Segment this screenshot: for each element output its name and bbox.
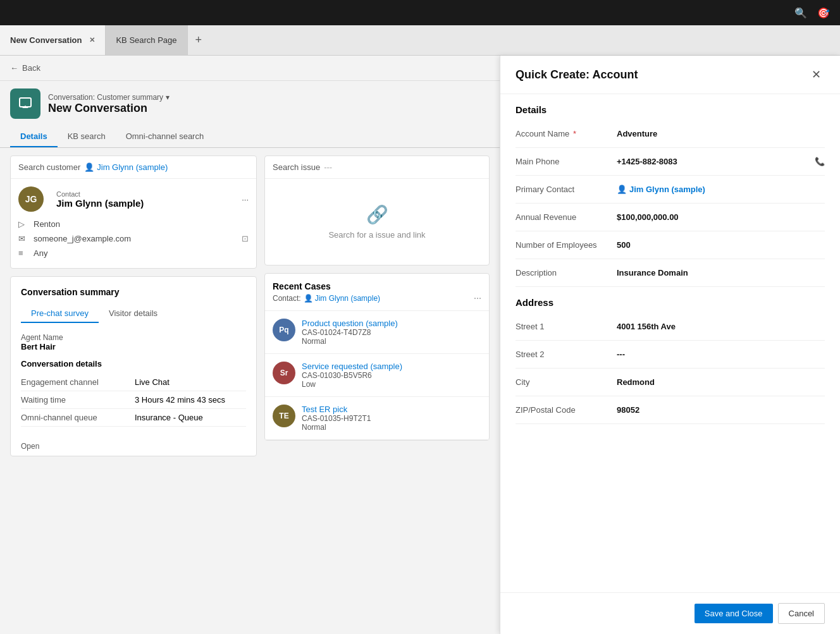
engagement-channel-row: Engagement channel Live Chat xyxy=(21,374,246,391)
omni-channel-queue-row: Omni-channel queue Insurance - Queue xyxy=(21,409,246,427)
expand-icon: ⋯ xyxy=(474,294,481,303)
tab-kb-search[interactable]: KB Search Page xyxy=(106,25,187,55)
description-field: Description Insurance Domain xyxy=(516,259,825,287)
case-avatar-te: TE xyxy=(273,405,295,427)
summary-title: Conversation summary xyxy=(21,287,246,297)
location-icon: ▷ xyxy=(18,219,28,229)
conversation-header: Conversation: Customer summary ▾ New Con… xyxy=(0,81,500,126)
search-icon[interactable]: 🔍 xyxy=(794,7,807,19)
case-id-1: CAS-01030-B5V5R6 xyxy=(302,371,481,380)
right-column: Search issue --- 🔗 Search for a issue an… xyxy=(264,155,490,626)
contact-type-label: Contact xyxy=(56,190,144,198)
agent-name-label: Agent Name xyxy=(21,333,246,342)
tab-kb-search-inner[interactable]: KB search xyxy=(58,126,116,147)
back-bar: ← Back xyxy=(0,56,500,81)
account-name-value[interactable]: Adventure xyxy=(617,129,825,138)
channel-icon: ≡ xyxy=(18,248,28,258)
conversation-subtitle: Conversation: Customer summary ▾ xyxy=(48,93,170,102)
zip-field: ZIP/Postal Code 98052 xyxy=(516,396,825,424)
tab-kb-search-label: KB Search Page xyxy=(116,35,176,45)
left-column: Search customer 👤 Jim Glynn (sample) JG xyxy=(10,155,257,626)
tab-new-conversation-label: New Conversation xyxy=(10,35,82,45)
case-avatar-pq: Pq xyxy=(273,319,295,341)
case-avatar-sr: Sr xyxy=(273,362,295,384)
case-title-2[interactable]: Test ER pick xyxy=(302,405,481,414)
search-issue-label: Search issue xyxy=(273,162,320,172)
case-item-2: TE Test ER pick CAS-01035-H9T2T1 Normal xyxy=(265,397,489,440)
case-priority-1: Low xyxy=(302,380,481,389)
cancel-button[interactable]: Cancel xyxy=(778,603,825,624)
conversation-title: New Conversation xyxy=(48,102,170,115)
summary-tab-visitor[interactable]: Visitor details xyxy=(99,305,168,323)
city-field: City Redmond xyxy=(516,369,825,396)
customer-link[interactable]: 👤 Jim Glynn (sample) xyxy=(84,162,168,172)
quick-create-title: Quick Create: Account xyxy=(516,68,638,82)
primary-contact-value[interactable]: 👤 Jim Glynn (sample) xyxy=(617,185,825,194)
city-value[interactable]: Redmond xyxy=(617,377,825,387)
recent-cases-header: Recent Cases Contact: 👤 Jim Glynn (sampl… xyxy=(265,274,489,311)
save-and-close-button[interactable]: Save and Close xyxy=(695,604,773,623)
search-customer-label: Search customer xyxy=(18,162,80,172)
search-issue-row: Search issue --- xyxy=(265,156,489,179)
city-label: City xyxy=(516,377,617,387)
primary-contact-icon: 👤 xyxy=(617,185,627,194)
agent-name-value: Bert Hair xyxy=(21,342,246,351)
required-marker: * xyxy=(573,129,576,138)
summary-tab-prechat[interactable]: Pre-chat survey xyxy=(21,305,99,323)
summary-tabs: Pre-chat survey Visitor details xyxy=(21,305,246,323)
account-name-label: Account Name * xyxy=(516,129,617,138)
more-options-icon[interactable]: ··· xyxy=(242,195,249,204)
contact-avatar: JG xyxy=(18,186,44,212)
conversation-summary-card: Conversation summary Pre-chat survey Vis… xyxy=(10,276,257,456)
svg-rect-0 xyxy=(20,98,31,107)
details-section-title: Details xyxy=(516,94,825,120)
back-label: Back xyxy=(22,63,40,73)
primary-contact-label: Primary Contact xyxy=(516,185,617,194)
open-status: Open xyxy=(11,437,256,456)
case-title-0[interactable]: Product question (sample) xyxy=(302,319,481,328)
case-title-1[interactable]: Service requested (sample) xyxy=(302,362,481,371)
content-area: Search customer 👤 Jim Glynn (sample) JG xyxy=(0,148,500,634)
case-info-0: Product question (sample) CAS-01024-T4D7… xyxy=(302,319,481,346)
tab-add-button[interactable]: + xyxy=(188,25,210,55)
back-button[interactable]: ← Back xyxy=(10,63,40,73)
contact-ref-icon: 👤 xyxy=(304,294,313,303)
street1-value[interactable]: 4001 156th Ave xyxy=(617,322,825,331)
case-item-1: Sr Service requested (sample) CAS-01030-… xyxy=(265,354,489,397)
zip-label: ZIP/Postal Code xyxy=(516,405,617,415)
case-id-0: CAS-01024-T4D7Z8 xyxy=(302,328,481,337)
email-action-icon[interactable]: ⊡ xyxy=(242,234,249,243)
tab-details[interactable]: Details xyxy=(10,126,58,147)
main-phone-field: Main Phone +1425-882-8083 📞 xyxy=(516,148,825,176)
zip-value[interactable]: 98052 xyxy=(617,405,825,415)
target-icon[interactable]: 🎯 xyxy=(817,7,830,19)
annual-revenue-value[interactable]: $100,000,000.00 xyxy=(617,212,825,222)
case-info-2: Test ER pick CAS-01035-H9T2T1 Normal xyxy=(302,405,481,432)
email-icon: ✉ xyxy=(18,234,28,243)
quick-create-close-button[interactable]: ✕ xyxy=(807,66,825,83)
inner-tabs: Details KB search Omni-channel search xyxy=(0,126,500,148)
left-panel: ← Back Conversation: Customer summary ▾ … xyxy=(0,56,500,634)
num-employees-field: Number of Employees 500 xyxy=(516,231,825,259)
waiting-time-row: Waiting time 3 Hours 42 mins 43 secs xyxy=(21,391,246,409)
tab-new-conversation[interactable]: New Conversation ✕ xyxy=(0,25,106,55)
case-priority-2: Normal xyxy=(302,423,481,432)
street2-value[interactable]: --- xyxy=(617,350,825,359)
tab-close-new-conversation[interactable]: ✕ xyxy=(89,36,95,44)
case-item-0: Pq Product question (sample) CAS-01024-T… xyxy=(265,311,489,354)
description-value[interactable]: Insurance Domain xyxy=(617,268,825,277)
conversation-info: Conversation: Customer summary ▾ New Con… xyxy=(48,93,170,115)
search-issue-card: Search issue --- 🔗 Search for a issue an… xyxy=(264,155,490,265)
contact-location: Renton xyxy=(34,219,60,229)
case-id-2: CAS-01035-H9T2T1 xyxy=(302,414,481,423)
tab-omni-channel[interactable]: Omni-channel search xyxy=(116,126,214,147)
contact-card: JG Contact Jim Glynn (sample) ··· ▷ Rent… xyxy=(11,179,256,268)
contact-ref-link[interactable]: 👤 Jim Glynn (sample) xyxy=(304,294,380,303)
num-employees-value[interactable]: 500 xyxy=(617,240,825,250)
recent-cases-card: Recent Cases Contact: 👤 Jim Glynn (sampl… xyxy=(264,273,490,441)
contact-channel-row: ≡ Any xyxy=(18,246,249,260)
contact-icon: 👤 xyxy=(84,162,94,172)
main-phone-value[interactable]: +1425-882-8083 xyxy=(617,157,815,166)
recent-cases-title: Recent Cases xyxy=(273,281,481,291)
contact-ref-row: Contact: 👤 Jim Glynn (sample) ⋯ xyxy=(273,294,481,303)
